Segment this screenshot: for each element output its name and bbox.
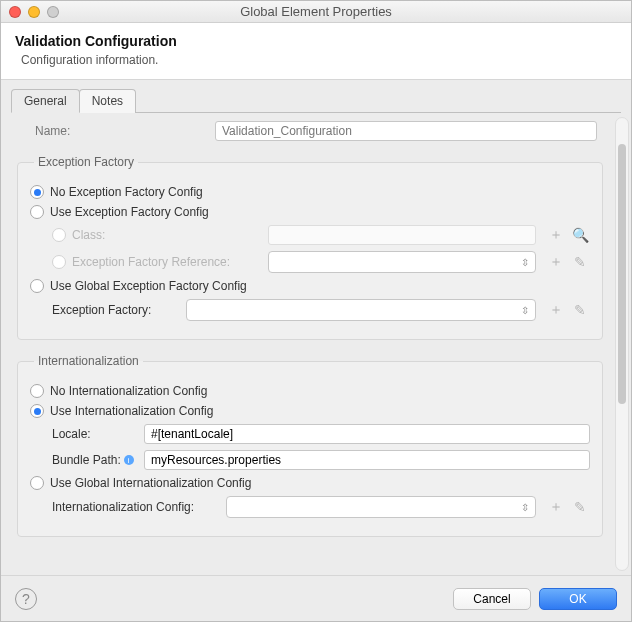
bundle-path-label: Bundle Path: i: [52, 453, 138, 467]
add-icon: ＋: [546, 497, 566, 517]
bundle-path-row: Bundle Path: i: [52, 450, 590, 470]
internationalization-legend: Internationalization: [34, 354, 143, 368]
radio-use-global-exception[interactable]: Use Global Exception Factory Config: [30, 279, 590, 293]
search-icon: 🔍: [570, 225, 590, 245]
tab-notes[interactable]: Notes: [79, 89, 136, 113]
radio-icon: [30, 279, 44, 293]
radio-use-i18n-config[interactable]: Use Internationalization Config: [30, 404, 590, 418]
zoom-icon: [47, 6, 59, 18]
page-title: Validation Configuration: [15, 33, 617, 49]
locale-input[interactable]: [144, 424, 590, 444]
exception-factory-label: Exception Factory:: [52, 303, 180, 317]
minimize-icon[interactable]: [28, 6, 40, 18]
info-icon: i: [124, 455, 134, 465]
exception-ref-label: Exception Factory Reference:: [72, 255, 262, 269]
dialog-header: Validation Configuration Configuration i…: [1, 23, 631, 80]
radio-icon: [52, 255, 66, 269]
vertical-scrollbar[interactable]: [615, 117, 629, 571]
exception-factory-combo[interactable]: ⇳: [186, 299, 536, 321]
page-subtitle: Configuration information.: [21, 53, 617, 67]
radio-icon: [30, 384, 44, 398]
content-area: Name: Exception Factory No Exception Fac…: [1, 113, 631, 575]
add-icon: ＋: [546, 225, 566, 245]
chevron-updown-icon: ⇳: [521, 305, 529, 316]
i18n-config-combo[interactable]: ⇳: [226, 496, 536, 518]
radio-use-exception-config[interactable]: Use Exception Factory Config: [30, 205, 590, 219]
radio-icon: [30, 205, 44, 219]
i18n-config-label: Internationalization Config:: [52, 500, 220, 514]
tab-general[interactable]: General: [11, 89, 80, 113]
bundle-path-input[interactable]: [144, 450, 590, 470]
radio-no-i18n-config[interactable]: No Internationalization Config: [30, 384, 590, 398]
locale-row: Locale:: [52, 424, 590, 444]
window-controls: [9, 6, 59, 18]
name-row: Name:: [15, 119, 605, 149]
edit-icon: ✎: [570, 252, 590, 272]
radio-icon: [30, 404, 44, 418]
close-icon[interactable]: [9, 6, 21, 18]
add-icon: ＋: [546, 252, 566, 272]
radio-no-exception-config[interactable]: No Exception Factory Config: [30, 185, 590, 199]
dialog-footer: ? Cancel OK: [1, 575, 631, 621]
class-row: Class: ＋ 🔍: [52, 225, 590, 245]
name-label: Name:: [35, 124, 215, 138]
exception-ref-combo: ⇳: [268, 251, 536, 273]
titlebar: Global Element Properties: [1, 1, 631, 23]
exception-factory-legend: Exception Factory: [34, 155, 138, 169]
scroll-area: Name: Exception Factory No Exception Fac…: [15, 119, 623, 575]
window-title: Global Element Properties: [1, 4, 631, 19]
class-input: [268, 225, 536, 245]
add-icon: ＋: [546, 300, 566, 320]
edit-icon: ✎: [570, 300, 590, 320]
cancel-button[interactable]: Cancel: [453, 588, 531, 610]
radio-use-global-i18n[interactable]: Use Global Internationalization Config: [30, 476, 590, 490]
internationalization-group: Internationalization No Internationaliza…: [17, 354, 603, 537]
dialog-window: Global Element Properties Validation Con…: [0, 0, 632, 622]
exception-ref-row: Exception Factory Reference: ⇳ ＋ ✎: [52, 251, 590, 273]
edit-icon: ✎: [570, 497, 590, 517]
radio-icon: [52, 228, 66, 242]
chevron-updown-icon: ⇳: [521, 502, 529, 513]
locale-label: Locale:: [52, 427, 138, 441]
ok-button[interactable]: OK: [539, 588, 617, 610]
name-input[interactable]: [215, 121, 597, 141]
exception-factory-group: Exception Factory No Exception Factory C…: [17, 155, 603, 340]
exception-factory-row: Exception Factory: ⇳ ＋ ✎: [52, 299, 590, 321]
i18n-config-row: Internationalization Config: ⇳ ＋ ✎: [52, 496, 590, 518]
help-icon[interactable]: ?: [15, 588, 37, 610]
tab-bar: General Notes: [11, 88, 621, 113]
chevron-updown-icon: ⇳: [521, 257, 529, 268]
class-label: Class:: [72, 228, 262, 242]
scrollbar-thumb[interactable]: [618, 144, 626, 404]
radio-icon: [30, 476, 44, 490]
radio-icon: [30, 185, 44, 199]
